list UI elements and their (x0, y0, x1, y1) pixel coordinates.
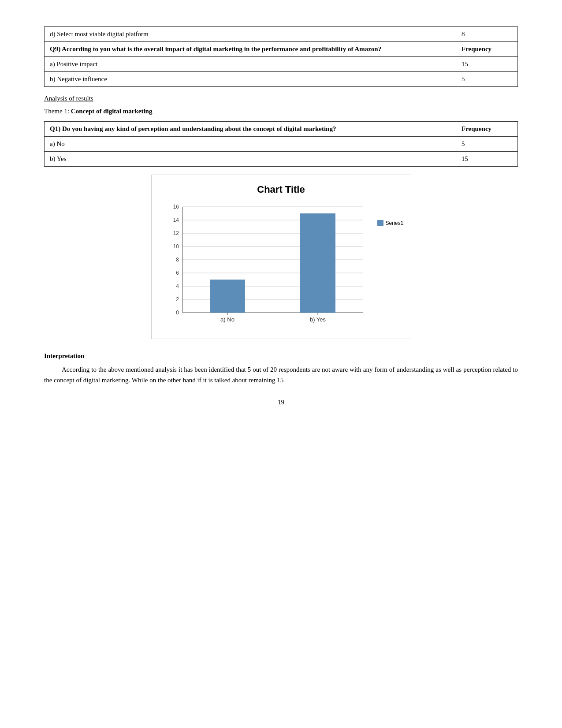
bar-label-yes: b) Yes (309, 316, 326, 323)
legend-label: Series1 (386, 220, 404, 226)
svg-text:6: 6 (176, 270, 179, 276)
legend-color-box (377, 220, 383, 226)
svg-text:2: 2 (176, 296, 179, 302)
svg-text:8: 8 (176, 257, 179, 263)
cell-question: a) Positive impact (45, 57, 456, 72)
cell-frequency: 8 (456, 27, 518, 42)
cell-value-yes: 15 (456, 152, 518, 167)
table-row: a) Positive impact 15 (45, 57, 518, 72)
top-table: d) Select most viable digital platform 8… (44, 26, 518, 87)
q1-table: Q1) Do you having any kind of perception… (44, 121, 518, 167)
svg-text:12: 12 (173, 230, 179, 236)
legend-item-series1: Series1 (377, 220, 404, 226)
chart-container: Chart Title 16 14 (151, 175, 411, 339)
chart-svg: 16 14 12 10 8 6 (160, 202, 372, 330)
table-row: b) Yes 15 (45, 152, 518, 167)
svg-text:14: 14 (173, 217, 179, 223)
bar-no (210, 280, 245, 313)
svg-text:4: 4 (176, 283, 179, 289)
cell-freq-header: Frequency (456, 42, 518, 57)
cell-question: d) Select most viable digital platform (45, 27, 456, 42)
chart-legend: Series1 (372, 202, 404, 226)
cell-value-no: 5 (456, 137, 518, 152)
table-row: d) Select most viable digital platform 8 (45, 27, 518, 42)
chart-area: 16 14 12 10 8 6 (160, 202, 402, 332)
page-number: 19 (44, 399, 518, 406)
table-row: b) Negative influence 5 (45, 72, 518, 87)
bar-label-no: a) No (220, 316, 234, 323)
analysis-heading: Analysis of results (44, 95, 518, 105)
cell-option-yes: b) Yes (45, 152, 456, 167)
table-row: a) No 5 (45, 137, 518, 152)
theme-heading: Theme 1: Concept of digital marketing (44, 108, 518, 115)
cell-frequency: 15 (456, 57, 518, 72)
table-row-header: Q1) Do you having any kind of perception… (45, 122, 518, 137)
page: d) Select most viable digital platform 8… (0, 0, 562, 728)
cell-frequency: 5 (456, 72, 518, 87)
cell-freq-header: Frequency (456, 122, 518, 137)
cell-question: b) Negative influence (45, 72, 456, 87)
cell-q9-header: Q9) According to you what is the overall… (45, 42, 456, 57)
chart-title: Chart Title (160, 184, 402, 195)
interpretation-body: According to the above mentioned analysi… (44, 364, 518, 385)
svg-text:0: 0 (176, 310, 179, 316)
interpretation-heading: Interpretation (44, 352, 518, 360)
chart-svg-wrapper: 16 14 12 10 8 6 (160, 202, 372, 332)
svg-text:10: 10 (173, 243, 179, 250)
interpretation-section: Interpretation According to the above me… (44, 352, 518, 385)
table-row-header: Q9) According to you what is the overall… (45, 42, 518, 57)
cell-q1-header: Q1) Do you having any kind of perception… (45, 122, 456, 137)
cell-option-no: a) No (45, 137, 456, 152)
svg-text:16: 16 (173, 204, 179, 210)
bar-yes (300, 213, 335, 313)
interpretation-paragraph: According to the above mentioned analysi… (44, 364, 518, 385)
